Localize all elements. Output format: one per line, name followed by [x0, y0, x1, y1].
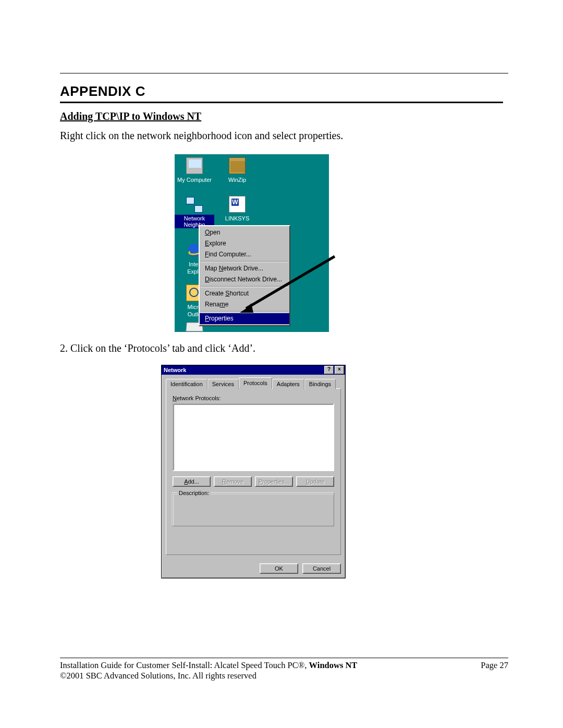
- footer-rule: [60, 658, 508, 658]
- menu-map-drive[interactable]: Map Network Drive...: [200, 263, 289, 274]
- linksys-doc-icon[interactable]: LINKSYS: [217, 196, 257, 222]
- network-icon: [186, 196, 203, 213]
- tab-adapters[interactable]: Adapters: [272, 379, 304, 389]
- footer-copyright: ©2001 SBC Advanced Solutions, Inc. All r…: [60, 671, 508, 681]
- top-rule: [60, 73, 508, 73]
- properties-button: Properties...: [255, 476, 293, 487]
- menu-rename[interactable]: Rename: [200, 299, 289, 310]
- monitor-icon: [186, 157, 203, 174]
- my-computer-icon[interactable]: My Computer: [175, 157, 214, 183]
- network-neighborhood-icon[interactable]: Network Neighbo: [175, 196, 214, 228]
- protocol-buttons-row: Add... Remove Properties... Update: [173, 476, 334, 487]
- word-doc-icon: [229, 196, 246, 213]
- network-protocols-label: Network Protocols:: [173, 395, 334, 401]
- network-dialog: Network ? × Identification Services Prot…: [161, 365, 346, 578]
- dialog-footer-buttons: OK Cancel: [162, 560, 345, 578]
- menu-find-computer[interactable]: Find Computer...: [200, 249, 289, 260]
- intro-text: Right click on the network neighborhood …: [60, 130, 503, 142]
- help-button[interactable]: ?: [324, 366, 334, 374]
- winzip-label: WinZip: [227, 176, 248, 183]
- linksys-label: LINKSYS: [224, 215, 251, 222]
- footer-guide-title: Installation Guide for Customer Self-Ins…: [60, 660, 357, 671]
- desktop-background: My Computer WinZip Network Neighbo LINKS…: [175, 154, 329, 332]
- tab-identification[interactable]: Identification: [166, 379, 207, 389]
- appendix-rule: [60, 102, 503, 103]
- desktop-screenshot: My Computer WinZip Network Neighbo LINKS…: [175, 154, 338, 332]
- cabinet-icon: [229, 157, 246, 174]
- protocols-listbox[interactable]: [173, 403, 334, 471]
- description-legend: Description:: [177, 490, 211, 496]
- menu-separator: [201, 286, 288, 287]
- tab-protocols[interactable]: Protocols: [239, 377, 272, 389]
- appendix-heading: APPENDIX C: [60, 83, 503, 100]
- cancel-button[interactable]: Cancel: [302, 563, 341, 574]
- tab-panel-protocols: Network Protocols: Add... Remove Propert…: [166, 388, 341, 555]
- menu-separator: [201, 311, 288, 312]
- tab-bindings[interactable]: Bindings: [304, 379, 336, 389]
- section-subheading: Adding TCP\IP to Windows NT: [60, 110, 503, 122]
- dialog-body: Identification Services Protocols Adapte…: [162, 375, 345, 560]
- remove-button: Remove: [214, 476, 252, 487]
- context-menu: Open Explore Find Computer... Map Networ…: [199, 225, 290, 326]
- footer-page-number: Page 27: [481, 660, 508, 671]
- dialog-titlebar[interactable]: Network ? ×: [162, 365, 345, 375]
- page-footer: Installation Guide for Customer Self-Ins…: [60, 658, 508, 681]
- menu-disconnect-drive[interactable]: Disconnect Network Drive...: [200, 274, 289, 285]
- description-groupbox: Description:: [173, 493, 334, 526]
- dialog-title: Network: [164, 367, 186, 373]
- menu-open[interactable]: Open: [200, 227, 289, 238]
- menu-separator: [201, 261, 288, 262]
- add-button[interactable]: Add...: [173, 476, 211, 487]
- tab-services[interactable]: Services: [207, 379, 239, 389]
- menu-properties[interactable]: Properties: [200, 313, 289, 324]
- winzip-icon[interactable]: WinZip: [217, 157, 257, 183]
- ok-button[interactable]: OK: [260, 563, 298, 574]
- menu-explore[interactable]: Explore: [200, 238, 289, 249]
- my-computer-label: My Computer: [176, 176, 213, 183]
- step-2-text: 2. Click on the ‘Protocols’ tab and clic…: [60, 342, 503, 354]
- update-button: Update: [296, 476, 334, 487]
- close-button[interactable]: ×: [335, 366, 344, 374]
- menu-create-shortcut[interactable]: Create Shortcut: [200, 288, 289, 299]
- tab-strip: Identification Services Protocols Adapte…: [166, 378, 341, 389]
